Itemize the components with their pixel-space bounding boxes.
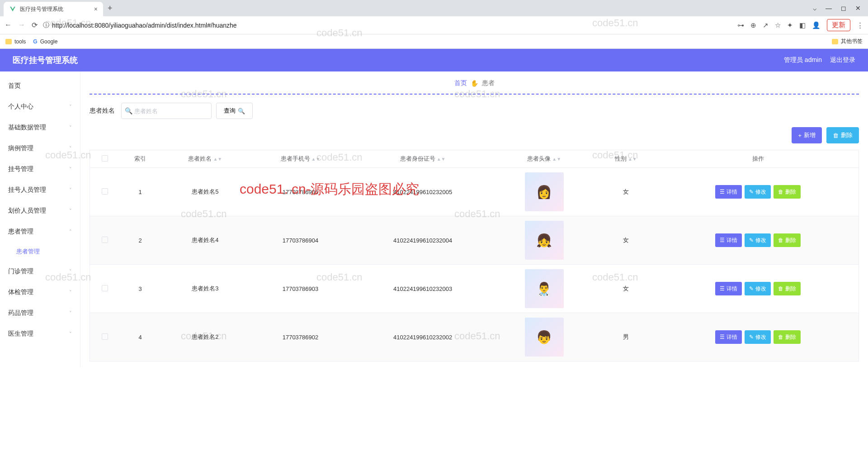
add-button[interactable]: + 新增 <box>792 127 822 143</box>
list-icon: ☰ <box>720 334 725 340</box>
cell-name: 患者姓名5 <box>160 168 250 216</box>
edit-icon: ✎ <box>749 189 754 195</box>
url-box[interactable]: ⓘ http://localhost:8080/yiliaoguahao/adm… <box>43 21 732 29</box>
trash-icon: 🗑 <box>833 132 839 139</box>
sidebar-item[interactable]: 挂号人员管理˅ <box>0 180 80 200</box>
sidebar-item[interactable]: 门诊管理˅ <box>0 261 80 282</box>
sidebar-item[interactable]: 基础数据管理˅ <box>0 117 80 138</box>
row-delete-button[interactable]: 🗑 删除 <box>774 330 801 344</box>
back-icon[interactable]: ← <box>5 21 12 29</box>
row-delete-button[interactable]: 🗑 删除 <box>774 185 801 199</box>
col-idcard[interactable]: 患者身份证号▲▼ <box>351 150 494 168</box>
address-bar: ← → ⟳ ⓘ http://localhost:8080/yiliaoguah… <box>0 16 868 34</box>
new-tab-button[interactable]: + <box>103 4 117 13</box>
row-delete-button[interactable]: 🗑 删除 <box>774 282 801 295</box>
patient-table: 索引 患者姓名▲▼ 患者手机号▲▼ 患者身份证号▲▼ 患者头像▲▼ 性别▲▼ 操… <box>90 150 859 361</box>
sidebar-item-label: 医生管理 <box>8 330 33 338</box>
sidebar-item[interactable]: 患者管理˄ <box>0 221 80 242</box>
cell-avatar: 👨‍⚕️ <box>494 265 594 313</box>
edit-button[interactable]: ✎ 修改 <box>745 282 771 295</box>
forward-icon[interactable]: → <box>18 21 25 29</box>
col-phone[interactable]: 患者手机号▲▼ <box>250 150 351 168</box>
logout-link[interactable]: 退出登录 <box>830 56 855 64</box>
close-icon[interactable]: ✕ <box>855 5 861 12</box>
chevron-down-icon[interactable]: ⌵ <box>813 5 816 12</box>
edit-icon: ✎ <box>749 334 754 340</box>
panel-icon[interactable]: ◧ <box>799 21 806 29</box>
app-header: 医疗挂号管理系统 管理员 admin 退出登录 <box>0 49 868 71</box>
zoom-icon[interactable]: ⊕ <box>750 21 756 29</box>
maximize-icon[interactable]: ◻ <box>841 5 846 12</box>
share-icon[interactable]: ↗ <box>763 21 769 29</box>
tab-close-icon[interactable]: × <box>94 5 98 13</box>
cell-gender: 女 <box>594 168 657 216</box>
sort-icon: ▲▼ <box>213 158 222 161</box>
col-index[interactable]: 索引 <box>120 150 161 168</box>
bookmark-other[interactable]: 其他书签 <box>832 38 863 45</box>
minimize-icon[interactable]: — <box>826 5 832 12</box>
sidebar-item[interactable]: 病例管理˅ <box>0 138 80 159</box>
bookmark-tools[interactable]: tools <box>5 38 26 45</box>
table-row: 3 患者姓名3 17703786903 410224199610232003 👨… <box>90 265 859 313</box>
row-checkbox[interactable] <box>102 237 108 243</box>
profile-icon[interactable]: 👤 <box>812 21 821 29</box>
tab-bar: 医疗挂号管理系统 × + ⌵ — ◻ ✕ <box>0 0 868 16</box>
action-row: + 新增 🗑 删除 <box>90 127 859 143</box>
select-all-checkbox[interactable] <box>102 155 108 162</box>
delete-button[interactable]: 🗑 删除 <box>826 127 859 143</box>
cell-phone: 17703786904 <box>250 216 351 265</box>
update-button[interactable]: 更新 <box>827 19 850 31</box>
col-name[interactable]: 患者姓名▲▼ <box>160 150 250 168</box>
sidebar-item-label: 挂号人员管理 <box>8 186 46 194</box>
row-checkbox[interactable] <box>102 333 108 340</box>
breadcrumb-home[interactable]: 首页 <box>454 79 467 87</box>
extension-icon[interactable]: ✦ <box>787 21 793 29</box>
chevron-up-icon: ˄ <box>69 229 72 235</box>
sidebar-item-label: 挂号管理 <box>8 165 33 173</box>
query-button[interactable]: 查询 🔍 <box>216 103 253 119</box>
browser-tab[interactable]: 医疗挂号管理系统 × <box>4 2 103 16</box>
sidebar-item[interactable]: 划价人员管理˅ <box>0 200 80 221</box>
chevron-down-icon: ˅ <box>69 290 72 295</box>
cell-avatar: 👦 <box>494 313 594 361</box>
cell-name: 患者姓名4 <box>160 216 250 265</box>
chevron-down-icon: ˅ <box>69 166 72 172</box>
browser-chrome: 医疗挂号管理系统 × + ⌵ — ◻ ✕ ← → ⟳ ⓘ http://loca… <box>0 0 868 49</box>
detail-button[interactable]: ☰ 详情 <box>715 233 742 247</box>
menu-icon[interactable]: ⋮ <box>857 21 863 29</box>
reload-icon[interactable]: ⟳ <box>32 21 38 29</box>
row-checkbox[interactable] <box>102 285 108 291</box>
star-icon[interactable]: ☆ <box>775 21 781 29</box>
sidebar-item-label: 病例管理 <box>8 144 33 152</box>
info-icon: ⓘ <box>43 21 49 29</box>
sidebar-item[interactable]: 挂号管理˅ <box>0 159 80 180</box>
detail-button[interactable]: ☰ 详情 <box>715 282 742 295</box>
sidebar-item[interactable]: 体检管理˅ <box>0 282 80 303</box>
edit-button[interactable]: ✎ 修改 <box>745 330 771 344</box>
sidebar-item[interactable]: 首页 <box>0 76 80 96</box>
detail-button[interactable]: ☰ 详情 <box>715 185 742 199</box>
edit-button[interactable]: ✎ 修改 <box>745 233 771 247</box>
sidebar-item[interactable]: 医生管理˅ <box>0 323 80 344</box>
cell-index: 2 <box>120 216 161 265</box>
trash-icon: 🗑 <box>778 189 783 195</box>
sidebar-item[interactable]: 药品管理˅ <box>0 303 80 323</box>
row-delete-button[interactable]: 🗑 删除 <box>774 233 801 247</box>
edit-icon: ✎ <box>749 285 754 292</box>
search-input[interactable] <box>121 103 212 119</box>
key-icon[interactable]: ⊶ <box>737 21 744 29</box>
user-label[interactable]: 管理员 admin <box>784 56 822 64</box>
row-checkbox[interactable] <box>102 188 108 195</box>
edit-button[interactable]: ✎ 修改 <box>745 185 771 199</box>
edit-icon: ✎ <box>749 237 754 243</box>
sidebar-item[interactable]: 个人中心˅ <box>0 96 80 117</box>
detail-button[interactable]: ☰ 详情 <box>715 330 742 344</box>
table-row: 2 患者姓名4 17703786904 410224199610232004 👧… <box>90 216 859 265</box>
hand-icon: ✋ <box>471 80 478 87</box>
col-gender[interactable]: 性别▲▼ <box>594 150 657 168</box>
bookmark-google[interactable]: G Google <box>33 38 57 45</box>
sidebar-subitem[interactable]: 患者管理 <box>0 242 80 261</box>
cell-idcard: 410224199610232003 <box>351 265 494 313</box>
cell-avatar: 👧 <box>494 216 594 265</box>
col-avatar[interactable]: 患者头像▲▼ <box>494 150 594 168</box>
